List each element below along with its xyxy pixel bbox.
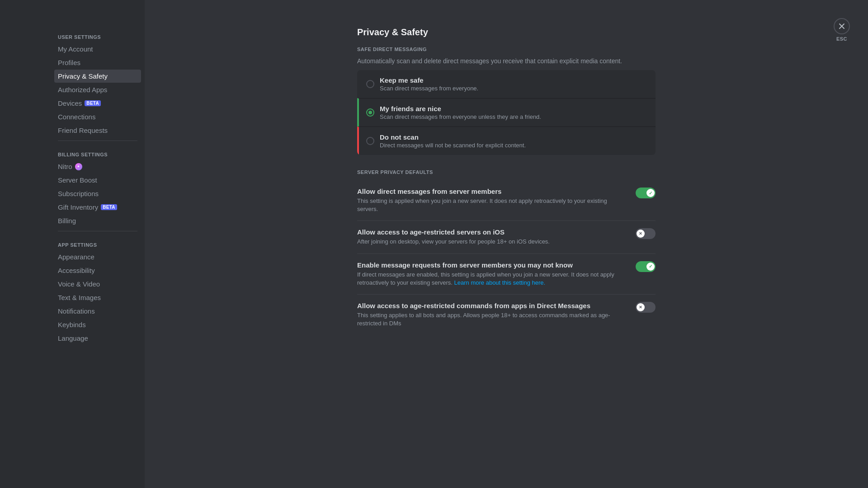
sidebar-item-label: Nitro [58,163,72,170]
server-privacy-section: SERVER PRIVACY DEFAULTS Allow direct mes… [357,169,656,335]
radio-text-keep-safe: Keep me safe Scan direct messages from e… [380,76,478,92]
sidebar-item-appearance[interactable]: Appearance [54,250,141,263]
sidebar-item-label: Privacy & Safety [58,72,108,80]
main-content: ESC Privacy & Safety SAFE DIRECT MESSAGI… [145,0,868,488]
divider-2 [58,231,137,231]
toggle-row-allow-age-ios: Allow access to age-restricted servers o… [357,221,656,253]
radio-desc-friends-nice: Scan direct messages from everyone unles… [380,113,541,120]
radio-text-do-not-scan: Do not scan Direct messages will not be … [380,133,526,149]
page-title: Privacy & Safety [357,27,656,38]
toggle-text-allow-age-dm: Allow access to age-restricted commands … [357,302,625,328]
sidebar-item-label: Voice & Video [58,280,100,288]
sidebar-item-profiles[interactable]: Profiles [54,56,141,69]
radio-circle-keep-safe [366,80,374,88]
sidebar-item-label: Language [58,334,88,342]
radio-text-friends-nice: My friends are nice Scan direct messages… [380,105,541,120]
sidebar-item-label: Devices [58,99,82,107]
toggle-row-message-requests: Enable message requests from server memb… [357,254,656,295]
radio-option-friends-nice[interactable]: My friends are nice Scan direct messages… [357,98,656,127]
toggle-title-allow-age-dm: Allow access to age-restricted commands … [357,302,625,310]
close-button[interactable] [834,18,850,34]
sidebar-item-language[interactable]: Language [54,332,141,345]
divider-1 [58,141,137,141]
sidebar-item-nitro[interactable]: Nitro ✦ [54,160,141,173]
sidebar-item-label: Authorized Apps [58,86,107,94]
radio-option-do-not-scan[interactable]: Do not scan Direct messages will not be … [357,127,656,155]
sidebar-item-label: Server Boost [58,176,97,184]
radio-label-keep-safe: Keep me safe [380,76,478,84]
close-label: ESC [836,36,847,42]
toggle-track [636,302,656,313]
toggle-switch-allow-dm-server[interactable] [636,188,656,198]
sidebar-item-friend-requests[interactable]: Friend Requests [54,124,141,137]
radio-circle-do-not-scan [366,137,374,145]
sidebar-item-label: Friend Requests [58,127,108,134]
close-icon [838,22,846,30]
toggle-desc-allow-dm-server: This setting is applied when you join a … [357,197,625,213]
sidebar-item-label: Notifications [58,307,95,315]
sidebar-item-keybinds[interactable]: Keybinds [54,318,141,331]
toggle-switch-allow-age-dm[interactable] [636,302,656,313]
close-area[interactable]: ESC [834,18,850,42]
radio-option-keep-safe[interactable]: Keep me safe Scan direct messages from e… [357,70,656,98]
devices-beta-badge: BETA [85,100,101,106]
toggle-switch-message-requests[interactable] [636,261,656,272]
sidebar-item-notifications[interactable]: Notifications [54,305,141,318]
sidebar-item-my-account[interactable]: My Account [54,42,141,56]
toggle-switch-allow-age-ios[interactable] [636,228,656,239]
sidebar: USER SETTINGS My Account Profiles Privac… [0,0,145,488]
radio-desc-do-not-scan: Direct messages will not be scanned for … [380,142,526,149]
sidebar-item-label: Gift Inventory [58,203,98,211]
sidebar-item-label: Billing [58,217,76,225]
toggle-text-allow-dm-server: Allow direct messages from server member… [357,188,625,213]
sidebar-item-devices[interactable]: Devices BETA [54,97,141,110]
sidebar-item-privacy-safety[interactable]: Privacy & Safety [54,70,141,83]
sidebar-item-voice-video[interactable]: Voice & Video [54,277,141,291]
toggle-track [636,188,656,198]
sidebar-item-gift-inventory[interactable]: Gift Inventory BETA [54,201,141,214]
safe-dm-section: SAFE DIRECT MESSAGING Automatically scan… [357,47,656,155]
sidebar-item-label: Subscriptions [58,190,99,197]
sidebar-item-label: Text & Images [58,294,101,301]
radio-desc-keep-safe: Scan direct messages from everyone. [380,85,478,92]
sidebar-item-label: Keybinds [58,321,86,328]
nitro-icon: ✦ [75,163,82,170]
sidebar-item-authorized-apps[interactable]: Authorized Apps [54,83,141,96]
sidebar-item-billing[interactable]: Billing [54,214,141,227]
toggle-row-allow-dm-server: Allow direct messages from server member… [357,180,656,221]
app-settings-label: APP SETTINGS [54,235,141,249]
sidebar-item-text-images[interactable]: Text & Images [54,291,141,304]
toggle-thumb [637,303,645,311]
sidebar-item-connections[interactable]: Connections [54,110,141,123]
billing-settings-label: BILLING SETTINGS [54,145,141,159]
sidebar-item-subscriptions[interactable]: Subscriptions [54,187,141,200]
server-privacy-title: SERVER PRIVACY DEFAULTS [357,169,656,175]
sidebar-item-label: Profiles [58,59,80,66]
toggle-track [636,261,656,272]
sidebar-item-label: Appearance [58,253,94,261]
toggle-desc-message-requests: If direct messages are enabled, this set… [357,271,625,287]
sidebar-item-label: Accessibility [58,267,95,274]
toggle-row-allow-age-dm: Allow access to age-restricted commands … [357,295,656,335]
radio-label-do-not-scan: Do not scan [380,133,526,141]
gift-inventory-beta-badge: BETA [101,204,117,210]
toggle-desc-allow-age-ios: After joining on desktop, view your serv… [357,238,625,246]
sidebar-item-accessibility[interactable]: Accessibility [54,264,141,277]
radio-label-friends-nice: My friends are nice [380,105,541,113]
toggle-text-allow-age-ios: Allow access to age-restricted servers o… [357,228,625,246]
toggle-track [636,228,656,239]
toggle-title-allow-age-ios: Allow access to age-restricted servers o… [357,228,625,236]
toggle-thumb [637,230,645,238]
toggle-desc-allow-age-dm: This setting applies to all bots and app… [357,311,625,328]
toggle-thumb [646,189,655,197]
sidebar-item-label: My Account [58,45,93,53]
radio-circle-friends-nice [366,108,374,117]
sidebar-item-server-boost[interactable]: Server Boost [54,174,141,187]
sidebar-item-label: Connections [58,113,95,121]
user-settings-label: USER SETTINGS [54,27,141,42]
toggle-thumb [646,263,655,271]
radio-group-safe-dm: Keep me safe Scan direct messages from e… [357,70,656,155]
learn-more-link[interactable]: Learn more about this setting here. [454,279,546,286]
toggle-title-allow-dm-server: Allow direct messages from server member… [357,188,625,195]
toggle-text-message-requests: Enable message requests from server memb… [357,261,625,287]
